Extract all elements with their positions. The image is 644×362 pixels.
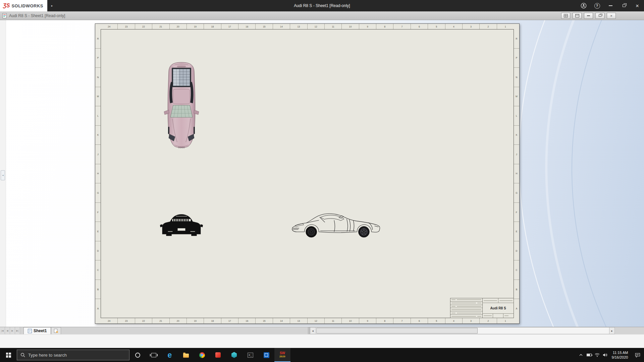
sheet-zone-label: F bbox=[95, 203, 101, 222]
sheet-zone-bottom: 242322212019181716151413121110987654321 bbox=[101, 318, 514, 323]
sheet-zone-label: 20 bbox=[170, 318, 187, 323]
taskbar-edge-button[interactable]: e bbox=[162, 348, 178, 362]
sheet-zone-label: A bbox=[514, 299, 519, 318]
titleblock-text-placeholder bbox=[457, 299, 481, 300]
featuremanager-collapse-tab[interactable]: ◂ bbox=[1, 170, 5, 180]
titleblock-cell bbox=[503, 314, 514, 318]
taskbar-clock[interactable]: 11:15 AM 9/16/2020 bbox=[609, 348, 631, 362]
windows-logo-pane bbox=[6, 353, 8, 355]
sheet-zone-label: 8 bbox=[376, 24, 393, 29]
last-sheet-button[interactable]: ▶| bbox=[15, 327, 20, 334]
network-status-button[interactable] bbox=[593, 348, 601, 362]
sheet-zone-label: R bbox=[514, 29, 519, 49]
doc-restore-button[interactable] bbox=[595, 13, 604, 19]
titleblock-text-placeholder bbox=[451, 299, 455, 300]
system-tray: 11:15 AM 9/16/2020 bbox=[577, 348, 644, 362]
scrollbar-thumb[interactable] bbox=[316, 328, 478, 334]
windows-logo-pane bbox=[6, 355, 8, 358]
titleblock-text-placeholder bbox=[451, 313, 455, 313]
task-view-button[interactable] bbox=[146, 348, 162, 362]
windows-logo-pane bbox=[9, 355, 11, 358]
speaker-icon bbox=[603, 353, 607, 357]
close-button[interactable]: × bbox=[631, 0, 644, 11]
titleblock-row bbox=[483, 314, 514, 318]
sheet-zone-label: H bbox=[95, 164, 101, 184]
collapse-arrow-icon: ◂ bbox=[2, 174, 4, 177]
titleblock-row bbox=[450, 302, 482, 305]
help-button[interactable]: ? bbox=[590, 0, 604, 11]
battery-status-button[interactable] bbox=[585, 348, 593, 362]
taskbar-hexagon-app-button[interactable] bbox=[226, 348, 242, 362]
sheet-zone-label: L bbox=[95, 106, 101, 126]
search-icon bbox=[20, 353, 25, 357]
scrollbar-track[interactable] bbox=[316, 327, 609, 334]
status-strip bbox=[0, 334, 644, 348]
terminal-icon: >_ bbox=[248, 353, 253, 358]
next-sheet-button[interactable]: ▶ bbox=[10, 327, 15, 334]
app-titlebar: ƷS SOLIDWORKS ▸ Audi R8 S - Sheet1 [Read… bbox=[0, 0, 644, 11]
single-view-button[interactable] bbox=[573, 13, 582, 19]
doc-close-button[interactable]: × bbox=[607, 13, 616, 19]
scroll-left-button[interactable]: ◂ bbox=[310, 327, 316, 334]
graphics-area[interactable]: ◂ 24232221201918171615141312111098765432… bbox=[0, 20, 644, 327]
doc-minimize-button[interactable] bbox=[584, 13, 593, 19]
sheet-zone-label: M bbox=[514, 87, 519, 107]
volume-button[interactable] bbox=[601, 348, 609, 362]
first-sheet-button[interactable]: |◀ bbox=[0, 327, 5, 334]
action-center-button[interactable] bbox=[631, 348, 644, 362]
user-avatar-icon bbox=[581, 3, 587, 9]
menu-flyout-arrow-icon[interactable]: ▸ bbox=[50, 4, 54, 7]
horizontal-scrollbar[interactable]: ◂ ▸ bbox=[310, 327, 615, 334]
sheet-zone-label: H bbox=[514, 164, 519, 184]
sheet-zone-label: K bbox=[514, 126, 519, 145]
sheet-zone-label: 6 bbox=[411, 24, 428, 29]
scroll-right-button[interactable]: ▸ bbox=[609, 327, 615, 334]
chrome-icon bbox=[199, 352, 205, 358]
minimize-button[interactable] bbox=[604, 0, 617, 11]
show-hidden-icons-button[interactable] bbox=[577, 348, 585, 362]
sheet-zone-label: R bbox=[95, 29, 101, 49]
drawing-view-top[interactable] bbox=[160, 60, 203, 153]
titleblock-text-placeholder bbox=[504, 315, 508, 316]
taskbar-blue-app-button[interactable] bbox=[258, 348, 274, 362]
drawing-view-side[interactable] bbox=[290, 209, 386, 240]
sheet-zone-label: 20 bbox=[170, 24, 187, 29]
drawing-sheet[interactable]: 242322212019181716151413121110987654321 … bbox=[95, 23, 520, 324]
taskbar-red-app-button[interactable] bbox=[210, 348, 226, 362]
cortana-button[interactable] bbox=[129, 348, 146, 362]
clock-date: 9/16/2020 bbox=[612, 355, 628, 360]
start-button[interactable] bbox=[0, 348, 17, 362]
taskbar-terminal-button[interactable]: >_ bbox=[242, 348, 258, 362]
sheet-zone-label: M bbox=[95, 87, 101, 107]
account-button[interactable] bbox=[577, 0, 590, 11]
solidworks-menu-logo[interactable]: ƷS SOLIDWORKS bbox=[0, 0, 47, 11]
taskbar-solidworks-button[interactable]: SW 2020 bbox=[274, 348, 290, 362]
drawing-document-icon bbox=[2, 13, 7, 18]
add-sheet-tab[interactable] bbox=[51, 327, 61, 334]
taskbar-file-explorer-button[interactable] bbox=[178, 348, 194, 362]
sheet-zone-label: E bbox=[514, 222, 519, 241]
sheet-title-block: Audi R8 S bbox=[450, 298, 514, 318]
taskbar-search-box[interactable]: Type here to search bbox=[17, 350, 129, 360]
file-explorer-icon bbox=[183, 354, 189, 358]
sheet-zone-label: 14 bbox=[273, 24, 290, 29]
taskbar-chrome-button[interactable] bbox=[194, 348, 210, 362]
sheet-zone-label: 24 bbox=[101, 318, 118, 323]
previous-sheet-button[interactable]: ◀ bbox=[5, 327, 10, 334]
background-swoosh-decoration bbox=[503, 20, 644, 327]
sheet-zone-label: P bbox=[514, 49, 519, 68]
document-window-bar: Audi R8 S - Sheet1 [Read-only] bbox=[0, 11, 644, 20]
titleblock-row bbox=[483, 298, 514, 303]
viewport-layout-button[interactable] bbox=[561, 13, 570, 19]
sheet-zone-label: 4 bbox=[445, 318, 463, 323]
sheet-zone-label: 14 bbox=[273, 318, 290, 323]
sheet-zone-label: F bbox=[514, 203, 519, 222]
restore-button[interactable] bbox=[617, 0, 631, 11]
sheet-zone-label: D bbox=[514, 241, 519, 261]
sheet-zone-label: 12 bbox=[308, 318, 325, 323]
doc-minimize-icon bbox=[587, 15, 590, 16]
sheet-zone-label: B bbox=[514, 280, 519, 299]
tab-sheet1[interactable]: Sheet1 bbox=[23, 327, 51, 334]
drawing-view-front[interactable] bbox=[160, 210, 203, 240]
titleblock-row bbox=[450, 298, 482, 302]
